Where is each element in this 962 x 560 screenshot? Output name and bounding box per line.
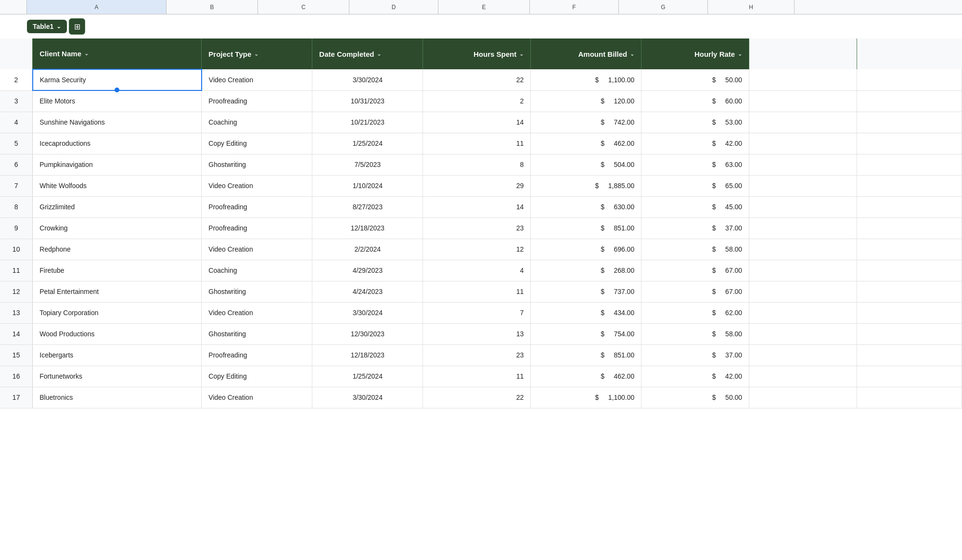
cell-amount-billed[interactable]: $ 120.00 bbox=[531, 90, 641, 112]
cell-hours-spent[interactable]: 11 bbox=[423, 133, 531, 154]
cell-client-name[interactable]: Pumpkinavigation bbox=[33, 154, 202, 175]
cell-date-completed[interactable]: 10/31/2023 bbox=[312, 90, 423, 112]
cell-hours-spent[interactable]: 23 bbox=[423, 217, 531, 239]
cell-date-completed[interactable]: 3/30/2024 bbox=[312, 69, 423, 90]
col-header-e[interactable]: E bbox=[438, 0, 530, 14]
cell-hourly-rate[interactable]: $ 42.00 bbox=[641, 366, 749, 387]
cell-hours-spent[interactable]: 13 bbox=[423, 323, 531, 344]
cell-hours-spent[interactable]: 4 bbox=[423, 260, 531, 281]
cell-date-completed[interactable]: 1/25/2024 bbox=[312, 133, 423, 154]
cell-hours-spent[interactable]: 11 bbox=[423, 281, 531, 302]
col-header-b[interactable]: B bbox=[167, 0, 258, 14]
table-grid-icon-button[interactable]: ⊞ bbox=[69, 18, 85, 35]
cell-project-type[interactable]: Video Creation bbox=[202, 387, 312, 408]
cell-date-completed[interactable]: 2/2/2024 bbox=[312, 239, 423, 260]
cell-amount-billed[interactable]: $ 268.00 bbox=[531, 260, 641, 281]
table-row[interactable]: 11FiretubeCoaching4/29/20234$ 268.00$ 67… bbox=[0, 260, 962, 281]
cell-date-completed[interactable]: 4/29/2023 bbox=[312, 260, 423, 281]
cell-hours-spent[interactable]: 7 bbox=[423, 302, 531, 323]
cell-hours-spent[interactable]: 22 bbox=[423, 69, 531, 90]
cell-project-type[interactable]: Ghostwriting bbox=[202, 323, 312, 344]
cell-hours-spent[interactable]: 23 bbox=[423, 344, 531, 366]
cell-hours-spent[interactable]: 14 bbox=[423, 112, 531, 133]
cell-hourly-rate[interactable]: $ 63.00 bbox=[641, 154, 749, 175]
cell-amount-billed[interactable]: $ 504.00 bbox=[531, 154, 641, 175]
header-hours-spent[interactable]: Hours Spent ⌄ bbox=[423, 38, 531, 69]
cell-amount-billed[interactable]: $ 1,100.00 bbox=[531, 69, 641, 90]
table-row[interactable]: 10RedphoneVideo Creation2/2/202412$ 696.… bbox=[0, 239, 962, 260]
col-header-f[interactable]: F bbox=[530, 0, 619, 14]
cell-project-type[interactable]: Proofreading bbox=[202, 217, 312, 239]
cell-amount-billed[interactable]: $ 462.00 bbox=[531, 133, 641, 154]
cell-amount-billed[interactable]: $ 630.00 bbox=[531, 196, 641, 217]
cell-amount-billed[interactable]: $ 1,885.00 bbox=[531, 175, 641, 196]
cell-hourly-rate[interactable]: $ 65.00 bbox=[641, 175, 749, 196]
cell-hours-spent[interactable]: 8 bbox=[423, 154, 531, 175]
col-header-g[interactable]: G bbox=[619, 0, 708, 14]
cell-date-completed[interactable]: 7/5/2023 bbox=[312, 154, 423, 175]
cell-project-type[interactable]: Copy Editing bbox=[202, 133, 312, 154]
cell-project-type[interactable]: Ghostwriting bbox=[202, 154, 312, 175]
cell-date-completed[interactable]: 3/30/2024 bbox=[312, 387, 423, 408]
cell-client-name[interactable]: Icecaproductions bbox=[33, 133, 202, 154]
header-project-type[interactable]: Project Type ⌄ bbox=[202, 38, 312, 69]
cell-date-completed[interactable]: 12/30/2023 bbox=[312, 323, 423, 344]
cell-hourly-rate[interactable]: $ 60.00 bbox=[641, 90, 749, 112]
cell-hourly-rate[interactable]: $ 50.00 bbox=[641, 387, 749, 408]
cell-client-name[interactable]: Wood Productions bbox=[33, 323, 202, 344]
cell-project-type[interactable]: Video Creation bbox=[202, 302, 312, 323]
cell-client-name[interactable]: Fortunetworks bbox=[33, 366, 202, 387]
table-row[interactable]: 8GrizzlimitedProofreading8/27/202314$ 63… bbox=[0, 196, 962, 217]
cell-date-completed[interactable]: 3/30/2024 bbox=[312, 302, 423, 323]
table-row[interactable]: 17BluetronicsVideo Creation3/30/202422$ … bbox=[0, 387, 962, 408]
table-row[interactable]: 7White WolfoodsVideo Creation1/10/202429… bbox=[0, 175, 962, 196]
cell-client-name[interactable]: Crowking bbox=[33, 217, 202, 239]
cell-client-name[interactable]: Petal Entertainment bbox=[33, 281, 202, 302]
cell-client-name[interactable]: Elite Motors bbox=[33, 90, 202, 112]
cell-client-name[interactable]: Icebergarts bbox=[33, 344, 202, 366]
table-row[interactable]: 2Karma SecurityVideo Creation3/30/202422… bbox=[0, 69, 962, 90]
col-header-h[interactable]: H bbox=[708, 0, 795, 14]
cell-amount-billed[interactable]: $ 851.00 bbox=[531, 217, 641, 239]
cell-client-name[interactable]: White Wolfoods bbox=[33, 175, 202, 196]
cell-project-type[interactable]: Proofreading bbox=[202, 344, 312, 366]
cell-date-completed[interactable]: 12/18/2023 bbox=[312, 217, 423, 239]
cell-hourly-rate[interactable]: $ 37.00 bbox=[641, 217, 749, 239]
cell-date-completed[interactable]: 10/21/2023 bbox=[312, 112, 423, 133]
cell-hourly-rate[interactable]: $ 37.00 bbox=[641, 344, 749, 366]
cell-hours-spent[interactable]: 12 bbox=[423, 239, 531, 260]
cell-hourly-rate[interactable]: $ 42.00 bbox=[641, 133, 749, 154]
cell-amount-billed[interactable]: $ 434.00 bbox=[531, 302, 641, 323]
cell-date-completed[interactable]: 4/24/2023 bbox=[312, 281, 423, 302]
cell-project-type[interactable]: Video Creation bbox=[202, 69, 312, 90]
cell-client-name[interactable]: Bluetronics bbox=[33, 387, 202, 408]
cell-amount-billed[interactable]: $ 742.00 bbox=[531, 112, 641, 133]
cell-client-name[interactable]: Grizzlimited bbox=[33, 196, 202, 217]
cell-project-type[interactable]: Proofreading bbox=[202, 196, 312, 217]
table-row[interactable]: 14Wood ProductionsGhostwriting12/30/2023… bbox=[0, 323, 962, 344]
cell-project-type[interactable]: Video Creation bbox=[202, 239, 312, 260]
cell-project-type[interactable]: Coaching bbox=[202, 260, 312, 281]
cell-date-completed[interactable]: 8/27/2023 bbox=[312, 196, 423, 217]
cell-client-name[interactable]: Topiary Corporation bbox=[33, 302, 202, 323]
table-row[interactable]: 12Petal EntertainmentGhostwriting4/24/20… bbox=[0, 281, 962, 302]
col-header-d[interactable]: D bbox=[349, 0, 438, 14]
cell-date-completed[interactable]: 1/25/2024 bbox=[312, 366, 423, 387]
cell-hourly-rate[interactable]: $ 67.00 bbox=[641, 260, 749, 281]
cell-amount-billed[interactable]: $ 1,100.00 bbox=[531, 387, 641, 408]
cell-amount-billed[interactable]: $ 737.00 bbox=[531, 281, 641, 302]
cell-project-type[interactable]: Ghostwriting bbox=[202, 281, 312, 302]
cell-amount-billed[interactable]: $ 696.00 bbox=[531, 239, 641, 260]
cell-hours-spent[interactable]: 29 bbox=[423, 175, 531, 196]
cell-client-name[interactable]: Firetube bbox=[33, 260, 202, 281]
col-header-a[interactable]: A bbox=[27, 0, 167, 14]
cell-amount-billed[interactable]: $ 754.00 bbox=[531, 323, 641, 344]
cell-hours-spent[interactable]: 22 bbox=[423, 387, 531, 408]
header-client-name[interactable]: Client Name ⌄ bbox=[33, 38, 202, 69]
cell-date-completed[interactable]: 12/18/2023 bbox=[312, 344, 423, 366]
cell-hourly-rate[interactable]: $ 62.00 bbox=[641, 302, 749, 323]
table-name-button[interactable]: Table1 ⌄ bbox=[27, 20, 67, 33]
cell-client-name[interactable]: Karma Security bbox=[33, 69, 202, 90]
cell-hourly-rate[interactable]: $ 53.00 bbox=[641, 112, 749, 133]
cell-hourly-rate[interactable]: $ 50.00 bbox=[641, 69, 749, 90]
